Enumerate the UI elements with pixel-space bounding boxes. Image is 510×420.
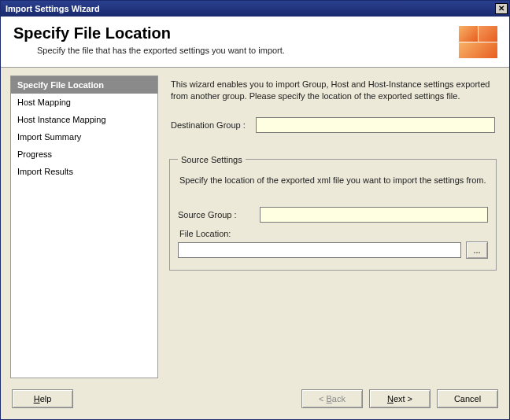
file-location-label: File Location: bbox=[179, 229, 488, 238]
next-button[interactable]: Next > bbox=[369, 389, 431, 408]
wizard-window: Import Settings Wizard ✕ Specify File Lo… bbox=[0, 0, 510, 420]
page-title: Specify File Location bbox=[13, 24, 459, 42]
close-icon[interactable]: ✕ bbox=[495, 3, 508, 14]
titlebar: Import Settings Wizard ✕ bbox=[1, 1, 509, 17]
source-settings-legend: Source Settings bbox=[178, 155, 246, 164]
content-area: Specify File Location Host Mapping Host … bbox=[1, 68, 509, 378]
source-group-label: Source Group : bbox=[178, 210, 260, 219]
main-panel: This wizard enables you to import Group,… bbox=[166, 76, 500, 378]
help-button[interactable]: Help bbox=[12, 389, 73, 408]
source-group-row: Source Group : bbox=[178, 207, 488, 223]
sidebar-item-specify-file-location[interactable]: Specify File Location bbox=[11, 76, 157, 94]
back-button: < Back bbox=[301, 389, 363, 408]
file-location-input[interactable] bbox=[178, 242, 461, 258]
destination-group-row: Destination Group : bbox=[171, 117, 495, 133]
window-title: Import Settings Wizard bbox=[6, 4, 100, 13]
cancel-button[interactable]: Cancel bbox=[437, 389, 498, 408]
wizard-steps-sidebar: Specify File Location Host Mapping Host … bbox=[10, 76, 158, 378]
sidebar-item-host-instance-mapping[interactable]: Host Instance Mapping bbox=[11, 111, 157, 128]
source-group-field bbox=[260, 207, 488, 223]
wizard-footer: Help < Back Next > Cancel bbox=[1, 378, 509, 419]
browse-button[interactable]: ... bbox=[466, 241, 488, 259]
sidebar-item-import-summary[interactable]: Import Summary bbox=[11, 128, 157, 146]
intro-text: This wizard enables you to import Group,… bbox=[166, 76, 500, 111]
file-location-row: ... bbox=[178, 241, 488, 259]
sidebar-item-import-results[interactable]: Import Results bbox=[11, 163, 157, 180]
wizard-header: Specify File Location Specify the file t… bbox=[1, 17, 509, 68]
source-settings-description: Specify the location of the exported xml… bbox=[179, 175, 488, 185]
sidebar-item-host-mapping[interactable]: Host Mapping bbox=[11, 94, 157, 111]
source-settings-fieldset: Source Settings Specify the location of … bbox=[169, 155, 497, 271]
logo-icon bbox=[459, 26, 497, 57]
sidebar-item-progress[interactable]: Progress bbox=[11, 146, 157, 163]
destination-group-field bbox=[256, 117, 495, 133]
page-subtitle: Specify the file that has the exported s… bbox=[37, 46, 459, 55]
destination-group-label: Destination Group : bbox=[171, 120, 256, 130]
